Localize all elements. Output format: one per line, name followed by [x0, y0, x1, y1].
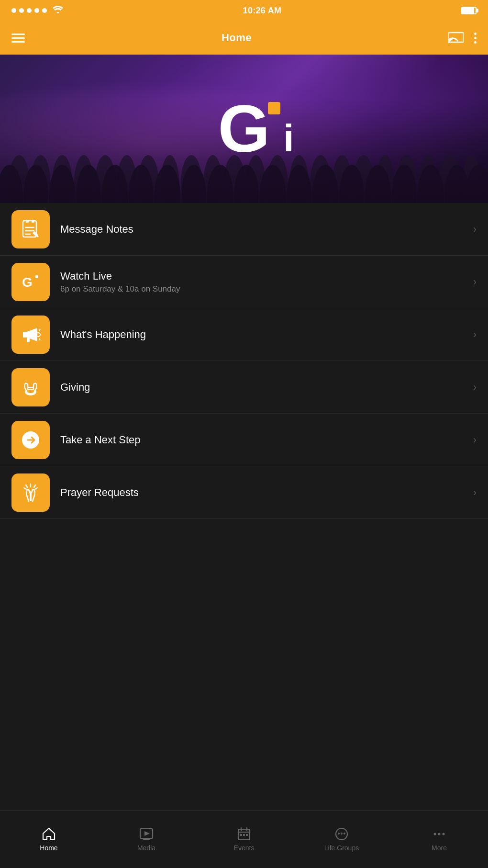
- church-logo: G i: [218, 95, 270, 162]
- logo-accent-dot: [268, 102, 280, 114]
- prayer-chevron: ›: [473, 486, 477, 499]
- events-nav-icon: [237, 827, 251, 841]
- svg-point-81: [438, 833, 441, 835]
- svg-rect-45: [32, 220, 34, 223]
- bottom-navigation: Home Media Events Life Groups: [0, 810, 488, 868]
- vertical-more-button[interactable]: [474, 33, 477, 44]
- menu-item-next-step[interactable]: Take a Next Step ›: [0, 414, 488, 466]
- svg-rect-54: [27, 338, 30, 342]
- next-step-text: Take a Next Step: [60, 434, 473, 446]
- media-nav-label: Media: [137, 844, 155, 852]
- giving-chevron: ›: [473, 381, 477, 394]
- whats-happening-chevron: ›: [473, 328, 477, 341]
- watch-live-subtitle: 6p on Saturday & 10a on Sunday: [60, 284, 473, 294]
- menu-item-giving[interactable]: Giving ›: [0, 361, 488, 414]
- giving-icon-box: [11, 368, 50, 406]
- svg-rect-44: [26, 220, 29, 223]
- svg-line-57: [39, 338, 40, 340]
- megaphone-icon: [20, 324, 41, 345]
- svg-line-65: [24, 488, 26, 489]
- church-logo-icon: G: [20, 271, 41, 293]
- praying-hands-icon: [20, 482, 41, 503]
- svg-rect-75: [246, 834, 248, 836]
- prayer-text: Prayer Requests: [60, 486, 473, 499]
- events-nav-label: Events: [234, 844, 255, 852]
- signal-indicators: [11, 6, 63, 16]
- svg-point-80: [434, 833, 436, 835]
- giving-text: Giving: [60, 381, 473, 394]
- svg-rect-74: [243, 834, 245, 836]
- logo-letter: G: [218, 95, 270, 162]
- battery-icon: [461, 7, 477, 14]
- hero-banner: G i: [0, 55, 488, 203]
- whats-happening-icon-box: [11, 316, 50, 354]
- svg-point-77: [338, 833, 340, 834]
- nav-item-media[interactable]: Media: [98, 811, 195, 868]
- giving-title: Giving: [60, 381, 473, 394]
- watch-live-chevron: ›: [473, 276, 477, 288]
- svg-point-78: [341, 833, 343, 834]
- message-notes-text: Message Notes: [60, 223, 473, 236]
- menu-item-prayer[interactable]: Prayer Requests ›: [0, 466, 488, 519]
- svg-rect-53: [35, 275, 38, 278]
- message-notes-chevron: ›: [473, 223, 477, 236]
- signal-dot-5: [42, 8, 47, 13]
- logo-i: i: [283, 119, 294, 158]
- life-groups-nav-label: Life Groups: [324, 844, 359, 852]
- prayer-title: Prayer Requests: [60, 486, 473, 499]
- svg-line-64: [35, 488, 37, 489]
- prayer-icon-box: [11, 473, 50, 512]
- signal-dot-4: [34, 8, 39, 13]
- menu-list: Message Notes › G Watch Live 6p on Satur…: [0, 203, 488, 519]
- app-header: Home: [0, 21, 488, 55]
- svg-point-79: [344, 833, 345, 834]
- svg-marker-67: [144, 831, 150, 836]
- svg-text:G: G: [22, 275, 33, 290]
- menu-item-watch-live[interactable]: G Watch Live 6p on Saturday & 10a on Sun…: [0, 256, 488, 308]
- signal-dot-3: [27, 8, 32, 13]
- arrow-circle-icon: [20, 429, 41, 451]
- notebook-icon: [20, 219, 41, 240]
- message-notes-icon-box: [11, 210, 50, 248]
- next-step-icon-box: [11, 421, 50, 459]
- hamburger-menu-button[interactable]: [11, 34, 25, 43]
- nav-item-more[interactable]: More: [390, 811, 488, 868]
- header-title: Home: [222, 32, 252, 44]
- status-time: 10:26 AM: [243, 6, 282, 16]
- menu-item-whats-happening[interactable]: What's Happening ›: [0, 308, 488, 361]
- wifi-icon: [53, 6, 63, 16]
- svg-point-82: [443, 833, 445, 835]
- next-step-title: Take a Next Step: [60, 434, 473, 446]
- page-content: G i: [0, 55, 488, 577]
- header-actions: [448, 31, 477, 45]
- svg-line-63: [26, 485, 27, 487]
- hands-icon: [20, 377, 41, 398]
- life-groups-nav-icon: [334, 827, 349, 841]
- home-nav-label: Home: [40, 844, 57, 852]
- watch-live-title: Watch Live: [60, 270, 473, 282]
- more-nav-icon: [432, 827, 446, 841]
- battery-indicator: [461, 7, 477, 14]
- home-nav-icon: [42, 827, 56, 841]
- nav-item-home[interactable]: Home: [0, 811, 98, 868]
- cast-button[interactable]: [448, 31, 464, 45]
- watch-live-text: Watch Live 6p on Saturday & 10a on Sunda…: [60, 270, 473, 294]
- svg-line-56: [39, 329, 40, 331]
- media-nav-icon: [139, 827, 154, 841]
- whats-happening-title: What's Happening: [60, 328, 473, 341]
- message-notes-title: Message Notes: [60, 223, 473, 236]
- svg-rect-0: [448, 33, 464, 42]
- nav-item-life-groups[interactable]: Life Groups: [293, 811, 390, 868]
- more-nav-label: More: [432, 844, 447, 852]
- svg-rect-73: [240, 834, 242, 836]
- signal-dot-1: [11, 8, 16, 13]
- status-bar: 10:26 AM: [0, 0, 488, 21]
- menu-item-message-notes[interactable]: Message Notes ›: [0, 203, 488, 256]
- signal-dot-2: [19, 8, 24, 13]
- nav-item-events[interactable]: Events: [195, 811, 293, 868]
- whats-happening-text: What's Happening: [60, 328, 473, 341]
- next-step-chevron: ›: [473, 434, 477, 446]
- svg-line-62: [34, 485, 35, 487]
- watch-live-icon-box: G: [11, 263, 50, 301]
